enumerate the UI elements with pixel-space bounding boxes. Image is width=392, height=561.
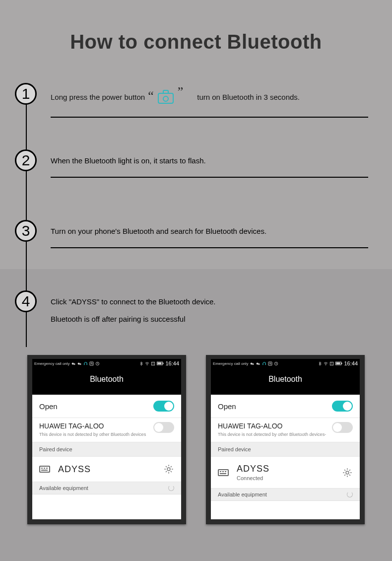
open-label: Open: [39, 402, 58, 411]
sim-icon: 1: [329, 361, 334, 366]
svg-rect-14: [163, 363, 164, 364]
wechat-icon: [77, 361, 82, 366]
phone-right: Emergency call only 淘 1 16:44 Bluetooth …: [206, 355, 365, 524]
bluetooth-icon: [139, 361, 143, 366]
svg-point-1: [73, 363, 75, 365]
step-badge: 4: [15, 290, 37, 312]
svg-rect-30: [341, 363, 342, 364]
open-row: Open: [32, 395, 181, 418]
available-label: Available equipment: [39, 485, 88, 491]
svg-rect-4: [84, 363, 84, 364]
wechat-icon: [256, 361, 261, 366]
paired-section-header: Paired device: [211, 442, 360, 457]
svg-point-3: [79, 363, 81, 365]
app-icon: 淘: [268, 361, 272, 366]
screen-title: Bluetooth: [32, 368, 181, 395]
battery-icon: [157, 361, 164, 366]
my-device-sub: This device is not detected by other Blu…: [218, 432, 326, 437]
quote-close: ”: [178, 88, 184, 95]
step-1-pre: Long press the power button: [51, 91, 145, 103]
step-3-text: Turn on your phone's Bluetooth and searc…: [51, 227, 368, 235]
svg-point-17: [252, 363, 254, 365]
device-row: HUAWEI TAG-ALOO This device is not detec…: [32, 418, 181, 442]
visibility-toggle[interactable]: [153, 422, 174, 433]
svg-point-25: [326, 364, 326, 365]
headphones-icon: [83, 361, 88, 366]
open-label: Open: [218, 402, 236, 411]
paired-section-header: Paired device: [32, 442, 181, 457]
svg-point-19: [258, 363, 260, 365]
device-row: HUAWEI TAG-ALOO This device is not detec…: [211, 418, 360, 442]
status-carrier: Emergency call only: [213, 361, 249, 366]
svg-rect-13: [158, 362, 162, 364]
my-device-sub: This device is not detected by other Blu…: [39, 432, 146, 437]
blank-area: [32, 494, 181, 519]
step-4: 4 Click "ADYSS" to connect to the Blueto…: [15, 290, 392, 335]
visibility-toggle[interactable]: [332, 422, 353, 433]
spinner-icon: [168, 485, 174, 491]
paired-device-row[interactable]: ADYSS: [32, 457, 181, 482]
step-badge: 2: [15, 149, 37, 171]
step-badge: 3: [15, 220, 37, 242]
wifi-icon: [145, 361, 149, 366]
svg-point-9: [147, 364, 147, 365]
step-3: 3 Turn on your phone's Bluetooth and sea…: [15, 220, 392, 265]
bluetooth-toggle[interactable]: [332, 401, 353, 412]
svg-rect-5: [86, 363, 87, 364]
available-label: Available equipment: [218, 491, 267, 497]
wifi-icon: [324, 361, 328, 366]
available-section-header: Available equipment: [211, 489, 360, 501]
bluetooth-icon: [318, 361, 322, 366]
quote-open: “: [148, 92, 154, 99]
page-title: How to connect Bluetooth: [0, 0, 392, 53]
camera-icon: [157, 90, 175, 105]
battery-icon: [335, 361, 342, 366]
sim-icon: 1: [151, 361, 155, 366]
paired-device-name: ADYSS: [237, 464, 334, 474]
step-1: 1 Long press the power button “ ” turn o…: [15, 83, 392, 128]
step-2: 2 When the Bluetooth light is on, it sta…: [15, 149, 392, 194]
svg-point-15: [167, 468, 170, 471]
svg-text:1: 1: [331, 362, 333, 365]
step-1-post: turn on Bluetooth in 3 seconds.: [197, 91, 300, 103]
divider: [51, 177, 368, 178]
keyboard-icon: [39, 466, 50, 473]
svg-rect-29: [336, 362, 340, 364]
gear-icon[interactable]: [342, 467, 353, 478]
status-bar: Emergency call only 淘 1 16:44: [211, 359, 360, 368]
paired-device-row[interactable]: ADYSS Connected: [211, 457, 360, 489]
svg-rect-21: [265, 363, 265, 364]
wechat-icon: [71, 361, 76, 366]
svg-rect-20: [262, 363, 263, 364]
status-time: 16:44: [165, 360, 179, 366]
headphones-icon: [262, 361, 266, 366]
keyboard-icon: [218, 469, 229, 476]
blank-area: [211, 501, 360, 518]
bluetooth-toggle[interactable]: [153, 401, 174, 412]
clock-icon: [95, 361, 100, 366]
svg-text:淘: 淘: [269, 362, 271, 365]
divider: [51, 247, 368, 248]
status-time: 16:44: [344, 360, 358, 366]
phone-mockups: Emergency call only 淘 1 16:44 Bluetooth …: [0, 355, 392, 524]
spinner-icon: [347, 491, 353, 497]
steps-list: 1 Long press the power button “ ” turn o…: [15, 83, 392, 335]
phone-left: Emergency call only 淘 1 16:44 Bluetooth …: [27, 355, 186, 524]
my-device-name: HUAWEI TAG-ALOO: [39, 422, 146, 430]
my-device-name: HUAWEI TAG-ALOO: [218, 422, 326, 430]
svg-text:淘: 淘: [90, 362, 93, 365]
step-4-text-a: Click "ADYSS" to connect to the Bluetoot…: [51, 297, 368, 306]
divider: [51, 117, 368, 118]
gear-icon[interactable]: [163, 464, 174, 475]
step-4-text-b: Bluetooth is off after pairing is succes…: [51, 315, 368, 323]
clock-icon: [274, 361, 278, 366]
status-carrier: Emergency call only: [34, 361, 70, 366]
paired-device-name: ADYSS: [58, 464, 155, 475]
paired-device-status: Connected: [237, 475, 334, 481]
svg-text:1: 1: [153, 362, 154, 365]
app-icon: 淘: [89, 361, 94, 366]
open-row: Open: [211, 395, 360, 418]
wechat-icon: [250, 361, 255, 366]
screen-title: Bluetooth: [211, 368, 360, 395]
available-section-header: Available equipment: [32, 482, 181, 494]
